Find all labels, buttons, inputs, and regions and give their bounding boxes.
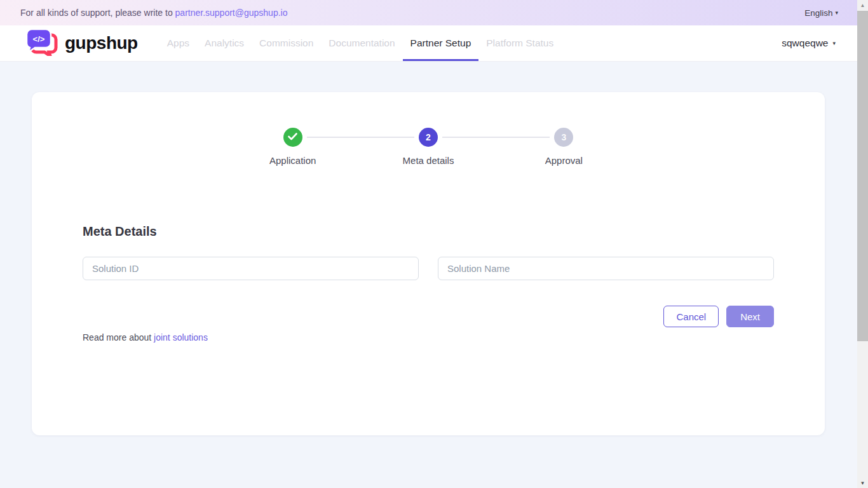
brand-logo[interactable]: </> gupshup (25, 25, 138, 61)
nav-item-apps[interactable]: Apps (159, 25, 197, 61)
step-label: Application (225, 155, 360, 166)
read-more-label: Read more about (83, 332, 151, 342)
step-upcoming-circle: 3 (554, 128, 573, 147)
joint-solutions-link[interactable]: joint solutions (154, 332, 208, 342)
nav-item-partner-setup[interactable]: Partner Setup (403, 25, 479, 61)
svg-text:</>: </> (33, 34, 45, 44)
main-content: Application 2 Meta details 3 Approval Me… (0, 62, 857, 488)
scroll-down-icon[interactable]: ▼ (857, 478, 868, 488)
nav-item-commission[interactable]: Commission (252, 25, 321, 61)
language-selector[interactable]: English ▾ (804, 8, 838, 18)
solution-name-input[interactable] (438, 257, 774, 280)
step-active-circle: 2 (419, 128, 438, 147)
scrollbar-thumb[interactable] (857, 11, 868, 341)
nav-item-documentation[interactable]: Documentation (321, 25, 402, 61)
form-fields (83, 257, 774, 280)
support-message: For all kinds of support, please write t… (20, 8, 287, 18)
user-menu[interactable]: sqwqeqwe ▾ (782, 25, 836, 61)
language-label: English (804, 8, 832, 18)
page-title: Meta Details (83, 224, 774, 239)
brand-name: gupshup (65, 33, 138, 53)
scroll-up-icon[interactable]: ▲ (857, 0, 868, 10)
setup-stepper: Application 2 Meta details 3 Approval (225, 128, 632, 166)
chevron-down-icon: ▾ (832, 40, 836, 46)
step-application: Application (225, 128, 360, 166)
gupshup-logo-icon: </> (25, 28, 58, 58)
step-label: Approval (496, 155, 632, 166)
support-message-text: For all kinds of support, please write t… (20, 8, 173, 18)
solution-id-input[interactable] (83, 257, 419, 280)
step-approval: 3 Approval (496, 128, 632, 166)
user-name: sqwqeqwe (782, 37, 828, 49)
app-header: </> gupshup Apps Analytics Commission Do… (0, 25, 857, 62)
nav-item-analytics[interactable]: Analytics (197, 25, 252, 61)
step-label: Meta details (360, 155, 496, 166)
support-banner: For all kinds of support, please write t… (0, 0, 857, 25)
step-completed-circle (283, 128, 302, 147)
step-connector (442, 137, 550, 138)
step-meta-details: 2 Meta details (360, 128, 496, 166)
main-nav: Apps Analytics Commission Documentation … (159, 25, 562, 61)
nav-item-platform-status[interactable]: Platform Status (478, 25, 561, 61)
read-more-text: Read more about joint solutions (83, 332, 774, 342)
cancel-button[interactable]: Cancel (663, 306, 719, 327)
chevron-down-icon: ▾ (835, 10, 838, 16)
vertical-scrollbar[interactable]: ▲ ▼ (857, 0, 868, 488)
support-email-link[interactable]: partner.support@gupshup.io (175, 8, 288, 18)
next-button[interactable]: Next (726, 306, 774, 327)
step-connector (307, 137, 414, 138)
check-icon (288, 132, 297, 142)
form-actions: Cancel Next (83, 306, 774, 327)
partner-setup-card: Application 2 Meta details 3 Approval Me… (32, 92, 825, 435)
